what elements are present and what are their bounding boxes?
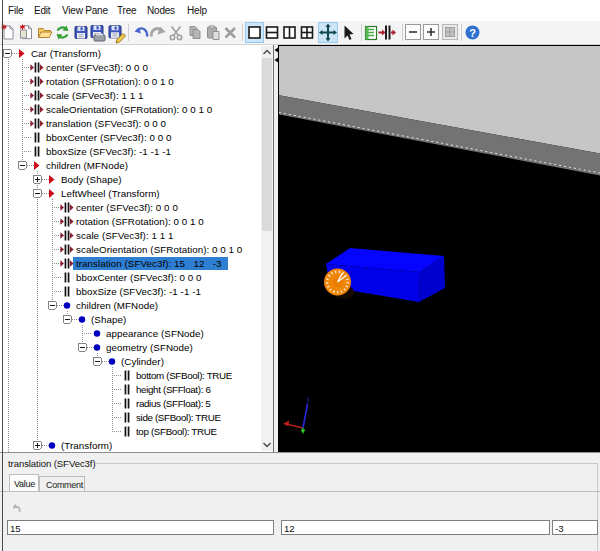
svg-text:bboxSize (SFVec3f): -1 -1 -1: bboxSize (SFVec3f): -1 -1 -1 — [76, 286, 201, 297]
svg-text:scaleOrientation (SFRotation):: scaleOrientation (SFRotation): 0 0 1 0 — [76, 244, 243, 255]
svg-text:appearance (SFNode): appearance (SFNode) — [106, 328, 204, 339]
svg-text:children (MFNode): children (MFNode) — [46, 160, 128, 171]
svg-text:(Cylinder): (Cylinder) — [121, 356, 164, 367]
svg-text:radius (SFFloat): 5: radius (SFFloat): 5 — [136, 398, 211, 409]
svg-text:center (SFVec3f): 0 0 0: center (SFVec3f): 0 0 0 — [46, 62, 148, 73]
svg-text:LeftWheel (Transform): LeftWheel (Transform) — [61, 188, 160, 199]
svg-text:rotation (SFRotation): 0 0 1 0: rotation (SFRotation): 0 0 1 0 — [46, 76, 174, 87]
svg-text:children (MFNode): children (MFNode) — [76, 300, 158, 311]
svg-text:translation (SFVec3f): 15 12: translation (SFVec3f): 15 12 -3 — [76, 258, 222, 269]
svg-text:rotation (SFRotation): 0 0 1 0: rotation (SFRotation): 0 0 1 0 — [76, 216, 204, 227]
svg-text:side (SFBool): TRUE: side (SFBool): TRUE — [136, 412, 221, 423]
svg-text:Body (Shape): Body (Shape) — [61, 174, 122, 185]
svg-text:scale (SFVec3f): 1 1 1: scale (SFVec3f): 1 1 1 — [76, 230, 173, 241]
svg-text:bboxSize (SFVec3f): -1 -1 -1: bboxSize (SFVec3f): -1 -1 -1 — [46, 146, 171, 157]
svg-text:height (SFFloat): 6: height (SFFloat): 6 — [136, 384, 211, 395]
svg-text:center (SFVec3f): 0 0 0: center (SFVec3f): 0 0 0 — [76, 202, 178, 213]
svg-text:(Shape): (Shape) — [91, 314, 126, 325]
svg-text:scaleOrientation (SFRotation):: scaleOrientation (SFRotation): 0 0 1 0 — [46, 104, 213, 115]
svg-text:geometry (SFNode): geometry (SFNode) — [106, 342, 193, 353]
svg-text:bottom (SFBool): TRUE: bottom (SFBool): TRUE — [136, 370, 233, 381]
svg-text:top (SFBool): TRUE: top (SFBool): TRUE — [136, 426, 217, 437]
svg-text:translation (SFVec3f): 0 0 0: translation (SFVec3f): 0 0 0 — [46, 118, 167, 129]
svg-text:?: ? — [469, 27, 476, 39]
svg-text:(Transform): (Transform) — [61, 440, 112, 451]
svg-text:scale (SFVec3f): 1 1 1: scale (SFVec3f): 1 1 1 — [46, 90, 143, 101]
svg-text:Car (Transform): Car (Transform) — [31, 48, 101, 59]
svg-text:bboxCenter (SFVec3f): 0 0 0: bboxCenter (SFVec3f): 0 0 0 — [76, 272, 202, 283]
svg-text:bboxCenter (SFVec3f): 0 0 0: bboxCenter (SFVec3f): 0 0 0 — [46, 132, 172, 143]
